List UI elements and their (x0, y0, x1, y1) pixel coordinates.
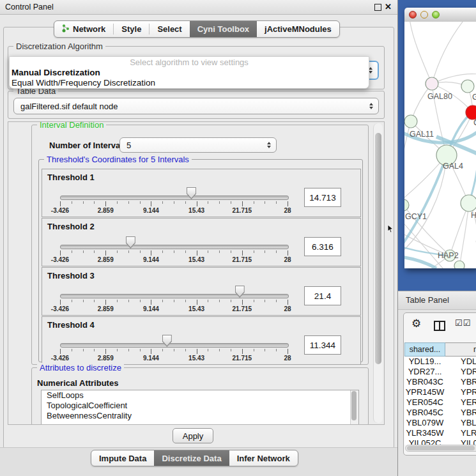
tab-style[interactable]: Style (114, 21, 149, 37)
threshold-row-4: Threshold 4-3.4262.8599.14415.4321.71528… (42, 316, 361, 365)
zoom-traffic-light-icon[interactable] (432, 11, 440, 19)
table-cell[interactable]: YDR27... (404, 367, 445, 377)
table-cell[interactable]: YBL079W (404, 418, 445, 428)
network-node[interactable] (404, 199, 409, 211)
table-row[interactable]: YLR345WYLR3 (404, 428, 476, 438)
network-window-titlebar[interactable] (404, 8, 476, 22)
table-cell[interactable]: YBR0 (445, 377, 476, 387)
tick-mark (94, 349, 95, 351)
gear-icon[interactable]: ⚙ (411, 317, 421, 330)
tick-mark (72, 349, 72, 351)
close-traffic-light-icon[interactable] (409, 11, 417, 19)
column-header-1[interactable]: shared... (404, 342, 445, 357)
table-row[interactable]: YPR145WYPR1 (404, 387, 476, 397)
threshold-label: Threshold 1 (47, 173, 95, 182)
apply-button[interactable]: Apply (173, 428, 213, 443)
table-cell[interactable]: YPR1 (445, 387, 476, 397)
tick-mark (288, 349, 288, 354)
table-cell[interactable]: YBR045C (404, 408, 445, 418)
node-label: GCY1 (405, 212, 427, 221)
list-scrollbar[interactable] (350, 390, 358, 424)
bottom-tab-impute-data[interactable]: Impute Data (91, 450, 154, 466)
table-row[interactable]: YBL079WYBL0 (404, 418, 476, 428)
select-columns-icons[interactable]: ☑☑ (455, 318, 471, 328)
number-of-intervals-value: 5 (127, 141, 131, 150)
menu-item-manual-discretization[interactable]: Manual Discretization (10, 68, 369, 78)
slider-track[interactable] (60, 343, 289, 348)
table-row[interactable]: YER054CYER0 (404, 397, 476, 408)
slider-track[interactable] (60, 294, 289, 298)
table-cell[interactable]: YBR043C (404, 377, 445, 387)
vertical-scrollbar[interactable] (373, 123, 383, 423)
minimize-traffic-light-icon[interactable] (420, 11, 428, 19)
table-cell[interactable]: YIL052C (404, 438, 445, 445)
list-item[interactable]: SelfLoops (42, 390, 358, 401)
table-row[interactable]: YDR27...YDR2 (404, 367, 476, 377)
node-label: H (471, 211, 476, 220)
float-window-icon[interactable] (374, 4, 381, 11)
bottom-tab-infer-network[interactable]: Infer Network (229, 450, 298, 466)
tick-mark (72, 250, 72, 253)
thresholds-group-title: Threshold's Coordinates for 5 Intervals (44, 155, 192, 164)
table-row[interactable]: YBR045CYBR0 (404, 408, 476, 418)
network-node[interactable] (461, 195, 476, 211)
table-cell[interactable]: YER0 (445, 397, 476, 408)
list-item[interactable]: TopologicalCoefficient (42, 401, 358, 411)
tab-network[interactable]: Network (54, 21, 113, 37)
table-cell[interactable]: YBL0 (445, 418, 476, 428)
network-node[interactable] (461, 80, 474, 93)
scrollbar-thumb[interactable] (375, 133, 381, 364)
tick-mark (197, 300, 197, 305)
attributes-list[interactable]: SelfLoopsTopologicalCoefficientBetweenne… (41, 390, 359, 425)
tab-jactivemnodules[interactable]: jActiveMNodules (257, 21, 339, 37)
tick-mark (197, 201, 197, 206)
network-node[interactable] (404, 115, 417, 128)
tick-mark (174, 201, 174, 204)
tick-label: 9.144 (133, 305, 169, 312)
list-item[interactable]: BetweennessCentrality (42, 411, 358, 421)
table-row[interactable]: YIL052CYIL0 (404, 438, 476, 445)
tick-mark (83, 300, 84, 302)
menu-item-equal-width-frequency-discretization[interactable]: Equal Width/Frequency Discretization (10, 78, 369, 88)
threshold-value-field[interactable]: 11.344 (304, 335, 341, 355)
horizontal-scrollbar[interactable] (405, 445, 476, 452)
slider-track[interactable] (60, 245, 289, 249)
combo-stepper-icon (267, 142, 271, 148)
network-canvas[interactable]: GAL80GGAL11CGAL4GCY1HHAP2 (404, 22, 476, 268)
tab-cyni-toolbox[interactable]: Cyni Toolbox (190, 21, 257, 37)
threshold-value-field[interactable]: 14.713 (304, 188, 341, 207)
table-cell[interactable]: YIL0 (445, 438, 476, 445)
table-cell[interactable]: YER054C (404, 397, 445, 408)
tick-mark (60, 201, 61, 206)
tick-mark (219, 201, 220, 204)
table-data-combobox[interactable]: galFiltered.sif default node (13, 98, 379, 114)
slider-track[interactable] (60, 196, 289, 200)
scrollbar-thumb[interactable] (407, 446, 475, 450)
threshold-value-field[interactable]: 21.4 (304, 286, 341, 305)
table-cell[interactable]: YDL19... (404, 357, 445, 367)
tick-mark (151, 201, 151, 206)
network-node[interactable] (426, 77, 438, 90)
table-cell[interactable]: YDR2 (445, 367, 476, 377)
close-icon[interactable]: ✕ (385, 1, 392, 13)
tick-label: 21.715 (224, 305, 260, 312)
threshold-value-field[interactable]: 6.316 (304, 237, 341, 256)
threshold-label: Threshold 3 (47, 271, 95, 280)
table-cell[interactable]: YBR0 (445, 408, 476, 418)
table-cell[interactable]: YLR345W (404, 428, 445, 438)
table-cell[interactable]: YDL1 (445, 357, 476, 367)
column-layout-icon[interactable] (434, 321, 445, 331)
column-header-2[interactable]: n (445, 342, 476, 357)
network-window[interactable]: GAL80GGAL11CGAL4GCY1HHAP2 (404, 8, 476, 268)
table-row[interactable]: YDL19...YDL1 (404, 357, 476, 367)
table-row[interactable]: YBR043CYBR0 (404, 377, 476, 387)
thresholds-group: Threshold's Coordinates for 5 Intervals … (38, 159, 363, 362)
table-cell[interactable]: YLR3 (445, 428, 476, 438)
network-node[interactable] (454, 261, 464, 268)
combo-stepper-icon (369, 103, 373, 109)
network-node[interactable] (466, 105, 476, 119)
table-cell[interactable]: YPR145W (404, 387, 445, 397)
bottom-tab-discretize-data[interactable]: Discretize Data (154, 450, 229, 466)
tab-select[interactable]: Select (150, 21, 189, 37)
number-of-intervals-combobox[interactable]: 5 (119, 137, 277, 153)
